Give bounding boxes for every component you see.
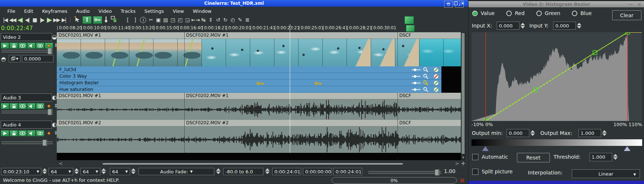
undo-depth-indicator[interactable]: 0 xyxy=(444,1,453,8)
track-expand-icon[interactable]: ◐ xyxy=(52,121,57,128)
fast-reverse-icon[interactable]: ◀◀ xyxy=(9,16,16,23)
frame-forward-icon[interactable]: |▶ xyxy=(38,16,45,23)
threshold-stepper[interactable] xyxy=(613,154,618,160)
undo-button-icon[interactable]: ↺ xyxy=(214,16,222,23)
fast-forward-icon[interactable]: ▶▶ xyxy=(53,16,60,23)
arm-toggle[interactable] xyxy=(10,103,18,109)
clear-button[interactable]: Clear xyxy=(612,10,641,20)
cut-paste-editing-tool-icon[interactable]: I xyxy=(82,16,92,24)
interpolation-dropdown[interactable]: Linear ▼ xyxy=(572,169,640,178)
redo-button-icon[interactable]: ↻ xyxy=(222,16,229,23)
automatic-checkbox[interactable] xyxy=(472,154,478,160)
channel-radio-green[interactable]: Green xyxy=(536,10,560,16)
split-picture-checkbox[interactable] xyxy=(472,169,478,175)
generate-keyframes-toggle-icon[interactable] xyxy=(93,16,102,24)
drag-drop-editing-tool-icon[interactable] xyxy=(74,16,81,24)
trackheight-zoom-stepper[interactable] xyxy=(131,168,136,174)
fade-value-field[interactable]: 0.0000 xyxy=(22,55,53,62)
output-max-marker[interactable] xyxy=(624,146,630,151)
automation-range-field[interactable]: -80.0 to 6.0 xyxy=(223,168,263,175)
histogram-titlebar[interactable]: Video 2: Histogram Bezier — × xyxy=(469,1,644,7)
commercial-db-button-icon[interactable]: ◴ xyxy=(229,16,236,23)
in-point-button-icon[interactable]: [ xyxy=(124,16,132,23)
grabber-pen-button-icon[interactable]: ✎ xyxy=(236,16,244,23)
channel-radio-red[interactable]: Red xyxy=(506,10,525,16)
track-title-field-video-2[interactable]: Video 2 xyxy=(1,33,52,41)
fader-handle[interactable] xyxy=(42,140,47,146)
timeline-canvas[interactable]: DSCF0201.MOV #1DSCF0202.MOV #1DSCFF_lut3… xyxy=(57,32,461,160)
menu-file[interactable]: File xyxy=(4,8,19,15)
arm-toggle[interactable] xyxy=(10,43,18,49)
trackheight-zoom-combo[interactable]: 64▼ xyxy=(110,168,130,175)
radio-icon[interactable] xyxy=(572,11,577,16)
mute-toggle[interactable] xyxy=(27,130,36,136)
gang-toggle[interactable] xyxy=(36,43,44,49)
selection-length-field[interactable]: 0:00:00:00 xyxy=(303,168,332,175)
lock-labels-toggle-icon[interactable] xyxy=(111,16,117,24)
info-button[interactable]: i xyxy=(455,1,464,8)
mute-toggle[interactable] xyxy=(27,43,36,49)
histogram-plot[interactable] xyxy=(471,32,642,121)
duration-zoom-combo[interactable]: 0:00:23:10▼ xyxy=(1,168,41,175)
add-panel-icon[interactable]: + xyxy=(461,160,466,167)
mute-toggle[interactable] xyxy=(27,103,36,109)
overlay-mode-combo[interactable]: ▼ xyxy=(9,55,21,62)
playhead[interactable] xyxy=(290,24,290,153)
expand-autos-button-icon[interactable]: ⇕ xyxy=(207,16,214,23)
paste-button-icon[interactable]: ▤ xyxy=(162,16,169,23)
arm-toggle[interactable] xyxy=(10,130,18,136)
output-min-stepper[interactable] xyxy=(530,130,535,136)
input-x-stepper[interactable] xyxy=(520,23,525,29)
input-y-field[interactable]: 0.000 xyxy=(553,22,576,30)
toggle-label-button-icon[interactable]: ◳ xyxy=(169,16,177,23)
selection-start-field[interactable]: 0:00:24:01 xyxy=(272,168,301,175)
master-toggle[interactable] xyxy=(45,130,53,136)
goto-end-icon[interactable]: ▶| xyxy=(60,16,67,23)
out-point-button-icon[interactable]: ] xyxy=(132,16,139,23)
amplitude-zoom-stepper[interactable] xyxy=(101,168,106,174)
goto-start-icon[interactable]: |◀ xyxy=(1,16,9,23)
menu-tracks[interactable]: Tracks xyxy=(117,8,139,15)
fader-handle[interactable] xyxy=(48,109,52,115)
play-toggle[interactable] xyxy=(1,103,9,109)
menu-view[interactable]: View xyxy=(169,8,188,15)
selection-end-field[interactable]: 0:00:24:01 xyxy=(333,168,362,175)
threshold-field[interactable]: 1.000 xyxy=(589,153,612,161)
effect-bar-histogram-bezier[interactable]: Histogram Bezier xyxy=(57,80,441,86)
minimize-icon[interactable]: — xyxy=(628,1,633,7)
gang-toggle[interactable] xyxy=(36,103,44,109)
track-expand-icon[interactable]: ◐ xyxy=(52,94,57,101)
master-toggle[interactable] xyxy=(45,103,53,109)
output-max-stepper[interactable] xyxy=(602,130,607,136)
menu-video[interactable]: Video xyxy=(95,8,115,15)
main-titlebar[interactable]: Cinelerra: Test_HDR.xml — × xyxy=(0,0,468,7)
timebar-expander-icon[interactable] xyxy=(406,25,415,32)
play-toggle[interactable] xyxy=(1,43,9,49)
window-resize-edge[interactable] xyxy=(469,181,644,184)
radio-icon[interactable] xyxy=(472,11,478,16)
amplitude-zoom-combo[interactable]: 64▼ xyxy=(81,168,100,175)
fader-handle[interactable] xyxy=(48,48,52,54)
play-toggle[interactable] xyxy=(1,130,9,136)
vertical-scrollbar[interactable]: ∨ xyxy=(461,32,466,160)
effect-bar-color-3-way[interactable]: Color 3 Way xyxy=(57,73,441,80)
track-title-field-audio-4[interactable]: Audio 4 xyxy=(1,121,52,129)
channel-radio-value[interactable]: Value xyxy=(472,10,495,16)
scroll-left-icon[interactable]: < xyxy=(59,161,63,166)
fit-selection-button-icon[interactable]: ⇤⇥ xyxy=(191,16,200,23)
automation-range-stepper[interactable] xyxy=(216,168,221,174)
output-max-field[interactable]: 1.000 xyxy=(578,129,601,137)
range-stepper[interactable] xyxy=(265,168,270,174)
reset-button[interactable]: Reset xyxy=(517,153,550,162)
fader-video-2[interactable] xyxy=(1,50,53,52)
duration-zoom-stepper[interactable] xyxy=(42,168,47,174)
menu-window[interactable]: Window xyxy=(189,8,215,15)
input-y-stepper[interactable] xyxy=(577,23,582,29)
draw-toggle[interactable] xyxy=(18,103,27,109)
frame-reverse-icon[interactable]: ◀| xyxy=(23,16,31,23)
fader-audio-4[interactable] xyxy=(1,141,53,144)
reverse-play-icon[interactable]: ◀ xyxy=(16,16,23,23)
fit-autos-button-icon[interactable]: ↹ xyxy=(200,16,207,23)
camera-automation-icon[interactable]: ◓ xyxy=(1,56,6,62)
stop-icon[interactable]: ■ xyxy=(31,16,38,23)
